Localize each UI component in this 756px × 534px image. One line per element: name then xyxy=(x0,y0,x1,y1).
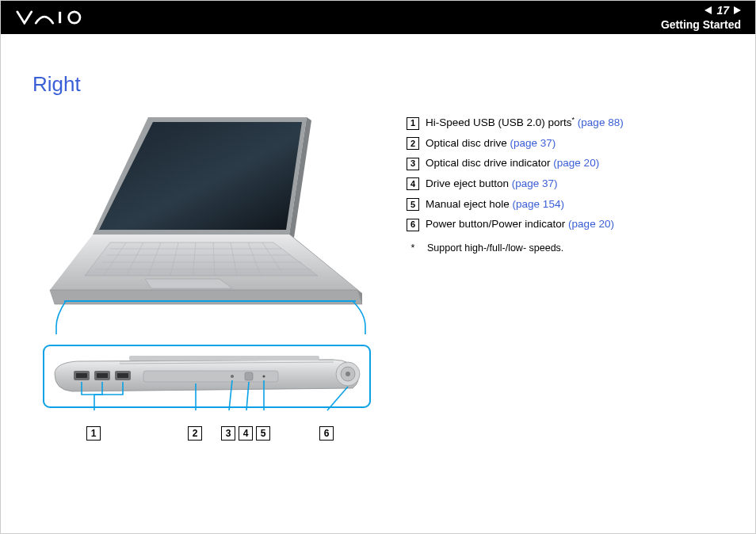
diagram-callout-6: 6 xyxy=(319,426,334,441)
diagram-callouts: 123456 xyxy=(32,420,381,441)
legend-footnote: *Support high-/full-/low- speeds. xyxy=(407,239,724,258)
svg-point-27 xyxy=(346,372,350,376)
legend-list: 1Hi-Speed USB (USB 2.0) ports* (page 88)… xyxy=(407,108,724,258)
legend-text: Power button/Power indicator (page 20) xyxy=(426,214,614,235)
page-link[interactable]: (page 20) xyxy=(553,157,599,169)
prev-page-arrow-icon[interactable] xyxy=(704,6,712,14)
legend-item: 6Power button/Power indicator (page 20) xyxy=(407,214,724,235)
legend-text: Drive eject button (page 37) xyxy=(426,174,558,194)
svg-marker-7 xyxy=(50,290,362,304)
page-link[interactable]: (page 37) xyxy=(512,177,558,189)
legend-text: Manual eject hole (page 154) xyxy=(426,194,564,215)
legend-sup: * xyxy=(572,116,575,124)
svg-point-36 xyxy=(231,375,234,378)
legend-text: Optical disc drive indicator (page 20) xyxy=(426,153,599,174)
svg-point-38 xyxy=(262,375,265,377)
section-name: Getting Started xyxy=(661,18,741,31)
legend-number-box: 5 xyxy=(407,198,419,211)
svg-point-1 xyxy=(69,12,80,23)
page-header: 17 Getting Started xyxy=(1,1,755,34)
legend-number-box: 3 xyxy=(407,158,419,170)
legend-item: 4Drive eject button (page 37) xyxy=(407,174,724,194)
legend-number-box: 2 xyxy=(407,137,419,150)
page-link[interactable]: (page 88) xyxy=(578,116,624,128)
diagram-callout-2: 2 xyxy=(188,426,202,441)
page-title: Right xyxy=(32,72,724,97)
legend-number-box: 6 xyxy=(407,219,419,231)
vaio-logo xyxy=(15,10,102,25)
page-number-nav: 17 xyxy=(661,4,741,17)
diagram-callout-1: 1 xyxy=(86,426,101,441)
legend-number-box: 4 xyxy=(407,177,419,190)
legend-number-box: 1 xyxy=(407,117,419,130)
svg-rect-35 xyxy=(143,371,278,382)
svg-rect-33 xyxy=(97,373,108,378)
svg-marker-23 xyxy=(145,279,232,288)
legend-text: Hi-Speed USB (USB 2.0) ports* (page 88) xyxy=(426,113,624,133)
laptop-perspective-drawing xyxy=(32,108,381,338)
svg-rect-0 xyxy=(59,12,61,23)
laptop-right-side-drawing: 123456 xyxy=(32,342,381,437)
page-body: Right xyxy=(1,34,755,437)
svg-marker-3 xyxy=(99,122,302,230)
page-link[interactable]: (page 37) xyxy=(510,137,556,149)
illustration-block: 123456 xyxy=(32,108,381,437)
legend-text: Optical disc drive (page 37) xyxy=(426,133,556,154)
page-link[interactable]: (page 154) xyxy=(513,198,564,210)
footnote-text: Support high-/full-/low- speeds. xyxy=(427,239,563,258)
footnote-star: * xyxy=(407,239,419,258)
diagram-callout-3: 3 xyxy=(221,426,235,441)
svg-rect-28 xyxy=(129,356,319,360)
content-row: 123456 1Hi-Speed USB (USB 2.0) ports* (p… xyxy=(32,108,724,437)
diagram-callout-5: 5 xyxy=(256,426,270,441)
header-right: 17 Getting Started xyxy=(661,4,741,31)
legend-item: 5Manual eject hole (page 154) xyxy=(407,194,724,215)
page-link[interactable]: (page 20) xyxy=(568,218,614,230)
legend-item: 1Hi-Speed USB (USB 2.0) ports* (page 88) xyxy=(407,113,724,133)
next-page-arrow-icon[interactable] xyxy=(734,6,741,14)
diagram-callout-4: 4 xyxy=(239,426,253,441)
svg-rect-34 xyxy=(117,373,128,378)
svg-rect-37 xyxy=(245,372,253,380)
manual-page: 17 Getting Started Right xyxy=(0,0,756,534)
page-number: 17 xyxy=(716,4,729,17)
svg-rect-32 xyxy=(76,373,87,378)
legend-item: 2Optical disc drive (page 37) xyxy=(407,133,724,154)
legend-item: 3Optical disc drive indicator (page 20) xyxy=(407,153,724,174)
